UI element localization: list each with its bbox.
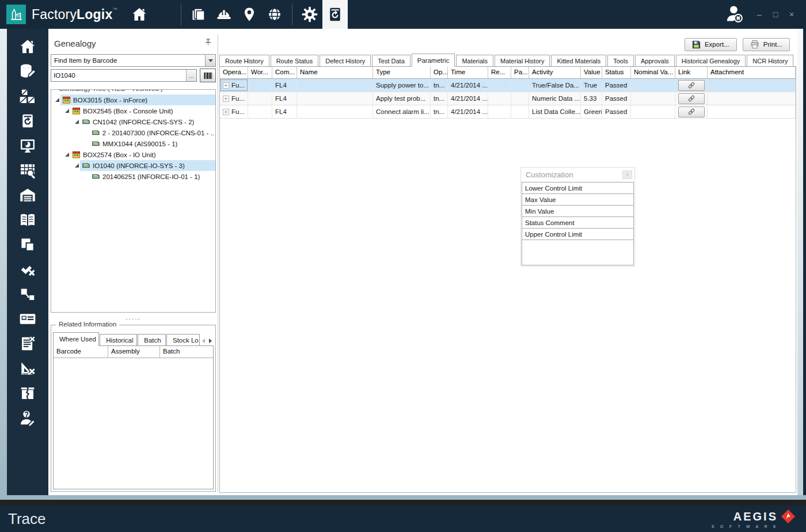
damaged-package-icon[interactable]	[16, 383, 39, 402]
tab-route-history[interactable]: Route History	[219, 55, 269, 66]
documentation-book-icon[interactable]	[16, 210, 39, 229]
column-name[interactable]: Name	[297, 67, 373, 78]
tab-stock-location[interactable]: Stock Lo	[166, 334, 200, 345]
customization-item[interactable]: Lower Control Limit	[522, 183, 633, 194]
home-icon[interactable]	[16, 37, 39, 56]
column-operator[interactable]: Op...	[431, 67, 448, 78]
column-assembly[interactable]: Assembly	[108, 346, 160, 358]
tree-row[interactable]: IO1040 (INFORCE-IO-SYS - 3)	[51, 160, 215, 171]
tab-ncr-history[interactable]: NCR History	[747, 55, 793, 66]
measure-reject-icon[interactable]	[16, 359, 39, 378]
defect-list-icon[interactable]	[16, 334, 39, 353]
tab-route-status[interactable]: Route Status	[271, 55, 319, 66]
hardhat-icon[interactable]	[211, 0, 237, 29]
tab-where-used[interactable]: Where Used	[53, 332, 99, 346]
row-expand-icon[interactable]	[223, 109, 229, 115]
user-logout-icon[interactable]	[723, 3, 744, 26]
scan-barcode-button[interactable]	[200, 69, 216, 82]
pin-icon[interactable]	[204, 38, 216, 49]
trace-history-icon[interactable]	[16, 111, 39, 130]
tab-test-data[interactable]: Test Data	[372, 55, 410, 66]
column-operation[interactable]: Opera...	[220, 67, 248, 78]
tab-kitted-materials[interactable]: Kitted Materials	[551, 55, 606, 66]
column-barcode[interactable]: Barcode	[54, 346, 108, 358]
settings-gear-icon[interactable]	[297, 0, 322, 29]
dropdown-chevron-icon[interactable]	[205, 55, 215, 66]
tab-tools[interactable]: Tools	[607, 55, 634, 66]
column-batch[interactable]: Batch	[160, 346, 213, 358]
tab-material-history[interactable]: Material History	[495, 55, 550, 66]
customization-header[interactable]: Customization x	[521, 168, 634, 182]
print-button[interactable]: Print...	[743, 38, 790, 51]
tree-expander-icon[interactable]	[63, 153, 70, 157]
verify-check-icon[interactable]	[16, 260, 39, 279]
customization-item[interactable]: Upper Control Limit	[522, 229, 633, 240]
tree-expander-icon[interactable]	[54, 98, 60, 102]
operator-query-icon[interactable]	[16, 408, 39, 427]
tree-row[interactable]: 2 - 201407300 (INFORCE-CNS-01 - ...	[51, 127, 215, 138]
column-link[interactable]: Link	[675, 67, 708, 78]
tree-expander-icon[interactable]	[73, 120, 80, 124]
customization-item[interactable]: Max Value	[522, 194, 633, 206]
cell-operation[interactable]: Fu...	[220, 105, 248, 118]
link-button[interactable]	[678, 80, 705, 91]
tab-historical-genealogy[interactable]: Historical Genealogy	[676, 55, 746, 66]
link-button[interactable]	[678, 93, 705, 104]
column-value[interactable]: Value	[581, 67, 602, 78]
table-row[interactable]: Fu... FL4 Apply test prob... tn... 4/21/…	[220, 92, 796, 105]
trace-icon[interactable]	[322, 0, 348, 29]
location-pin-icon[interactable]	[237, 0, 262, 29]
material-boxes-icon[interactable]	[16, 86, 39, 105]
tab-scroll-left-icon[interactable]	[202, 339, 205, 343]
database-edit-icon[interactable]	[16, 62, 39, 81]
column-revision[interactable]: Re...	[488, 67, 511, 78]
column-type[interactable]: Type	[373, 67, 431, 78]
badge-card-icon[interactable]	[16, 309, 39, 328]
export-button[interactable]: Export...	[685, 38, 737, 51]
cell-operation[interactable]: Fu...	[220, 79, 248, 92]
tree-row[interactable]: 201406251 (INFORCE-IO-01 - 1)	[51, 171, 215, 182]
transfer-icon[interactable]	[16, 284, 39, 303]
globe-icon[interactable]	[262, 0, 287, 29]
dashboard-monitor-icon[interactable]	[16, 136, 39, 155]
table-row[interactable]: Fu... FL4 Supply power to... tn... 4/21/…	[220, 79, 796, 92]
tab-defect-history[interactable]: Defect History	[320, 55, 371, 66]
cell-operation[interactable]: Fu...	[220, 92, 248, 105]
row-expand-icon[interactable]	[223, 82, 229, 89]
home-icon[interactable]	[127, 0, 152, 29]
horizontal-splitter[interactable]: .....	[51, 313, 216, 321]
tree-row[interactable]: BOX3015 (Box - inForce)	[51, 94, 215, 105]
link-button[interactable]	[678, 107, 705, 117]
column-computer[interactable]: Com...	[272, 67, 297, 78]
tree-expander-icon[interactable]	[73, 164, 80, 168]
tab-materials[interactable]: Materials	[456, 55, 493, 66]
row-expand-icon[interactable]	[223, 96, 229, 102]
tree-row[interactable]: MMX1044 (AIS90015 - 1)	[51, 138, 215, 149]
tree-row[interactable]: BOX2545 (Box - Console Unit)	[51, 105, 215, 116]
tree-row[interactable]: CN1042 (INFORCE-CNS-SYS - 2)	[51, 116, 215, 127]
table-row[interactable]: Fu... FL4 Connect alarm li... tn... 4/21…	[220, 105, 796, 119]
customization-item[interactable]: Min Value	[522, 206, 633, 217]
tree-row[interactable]: BOX2574 (Box - IO Unit)	[51, 149, 215, 160]
windows-pages-icon[interactable]	[16, 235, 39, 254]
find-mode-dropdown[interactable]: Find Item by Barcode	[51, 54, 216, 67]
tab-historical[interactable]: Historical	[100, 334, 137, 345]
data-query-icon[interactable]	[16, 161, 39, 180]
column-activity[interactable]: Activity	[529, 67, 581, 78]
tab-batch[interactable]: Batch	[138, 334, 166, 345]
column-status[interactable]: Status	[602, 67, 631, 78]
tree-expander-icon[interactable]	[63, 109, 70, 113]
warehouse-icon[interactable]	[16, 185, 39, 204]
close-icon[interactable]: x	[622, 170, 632, 179]
column-part[interactable]: Pa...	[511, 67, 529, 78]
tab-approvals[interactable]: Approvals	[635, 55, 675, 66]
close-button[interactable]: ×	[786, 10, 797, 19]
tab-parametric[interactable]: Parametric	[412, 54, 455, 67]
panel-splitter[interactable]	[218, 35, 218, 492]
barcode-input[interactable]	[51, 70, 186, 81]
column-workstation[interactable]: Wor...	[248, 67, 272, 78]
customization-item[interactable]: Status Comment	[522, 217, 633, 229]
minimize-button[interactable]: –	[754, 10, 765, 19]
browse-ellipsis-button[interactable]: ...	[186, 70, 196, 81]
column-attachment[interactable]: Attachment	[708, 67, 796, 78]
